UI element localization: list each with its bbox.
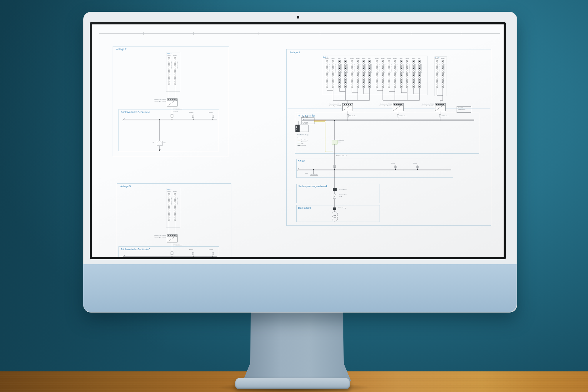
scene: Anlage 2 Dach A Zählerverteiler Gebäude … — [0, 0, 588, 392]
anlage2-wires — [122, 85, 217, 150]
pv-string: String 112 x PV-Modul 375 Wp — [435, 58, 440, 88]
egkv-stub-label: Reserve — [413, 163, 417, 164]
drop-label: Reserve — [209, 112, 213, 113]
transformer-coil-1 — [332, 212, 338, 217]
webcam-dot — [297, 16, 299, 19]
svg-text:12 x PV-Modul 375 Wp: 12 x PV-Modul 375 Wp — [384, 64, 385, 73]
smart-meter-ct — [332, 140, 337, 144]
pv-string: String 412 x PV-Modul 375 Wp — [344, 58, 348, 88]
svg-text:12 x PV-Modul 375 Wp: 12 x PV-Modul 375 Wp — [421, 64, 422, 73]
meter-id: Z1 — [153, 142, 154, 143]
svg-text:12 x PV-Modul 375 Wp: 12 x PV-Modul 375 Wp — [335, 64, 336, 73]
svg-text:String 2: String 2 — [441, 58, 445, 59]
pv-string: String 212 x PV-Modul 375 Wp — [331, 58, 336, 88]
inverter-symbol — [435, 103, 445, 111]
anlage3-symbols — [171, 252, 214, 255]
hak-line2: 250 A — [339, 196, 342, 197]
svg-text:8 x PV-Modul 375 Wp: 8 x PV-Modul 375 Wp — [171, 197, 172, 205]
svg-text:12 x PV-Modul 375 Wp: 12 x PV-Modul 375 Wp — [341, 64, 342, 73]
pv-string: String 512 x PV-Modul 375 Wp — [350, 58, 355, 88]
svg-text:String 3: String 3 — [338, 58, 341, 59]
svg-text:String 2: String 2 — [331, 58, 335, 59]
pv-string: String 712 x PV-Modul 375 Wp — [412, 58, 416, 88]
pv-string: String 112 x PV-Modul 375 Wp — [375, 58, 380, 88]
pv-string: String 712 x PV-Modul 375 Wp — [362, 58, 366, 88]
inverter-label: Wechselrichter WR 2.1 Fronius Symo 8.2-3… — [136, 99, 166, 102]
drop-label: Abgang 1 — [189, 249, 194, 250]
vnb-meter — [333, 188, 337, 191]
pv-string: String 812 x PV-Modul 375 Wp — [418, 58, 422, 88]
legend-swatch — [298, 144, 300, 144]
fuse-label: HH-Sicherung — [338, 207, 346, 209]
svg-text:String 2: String 2 — [173, 55, 177, 56]
cable-label: NYY-J 5x10 mm² — [173, 109, 182, 110]
pv-string: String 18 x PV-Modul 375 Wp — [167, 191, 172, 221]
imac-stand-base — [235, 378, 350, 389]
pv-string: String 18 x PV-Modul 375 Wp — [167, 55, 172, 85]
inverter-label: Wechselrichter WR 1.2 Fronius Symo 20.0-… — [361, 103, 392, 107]
hak-breaker — [333, 194, 336, 199]
pv-string: String 312 x PV-Modul 375 Wp — [387, 58, 392, 88]
ac-cable-label: NYY-J 5x16 mm² — [400, 115, 407, 117]
inverter-symbol — [167, 235, 177, 242]
rcd-label: FI 30 mA — [173, 111, 178, 112]
svg-text:8 x PV-Modul 375 Wp: 8 x PV-Modul 375 Wp — [171, 61, 172, 69]
egkv-symbols — [310, 166, 418, 175]
inverter-label: Wechselrichter WR 1.1 Fronius Symo 20.0-… — [310, 103, 341, 107]
svg-text:String 1: String 1 — [167, 55, 171, 56]
pv-string: String 512 x PV-Modul 375 Wp — [400, 58, 404, 88]
svg-text:12 x PV-Modul 375 Wp: 12 x PV-Modul 375 Wp — [353, 64, 355, 73]
anlage1-group3-wires — [437, 88, 443, 103]
svg-text:12 x PV-Modul 375 Wp: 12 x PV-Modul 375 Wp — [359, 64, 360, 73]
svg-text:String 1: String 1 — [375, 58, 379, 59]
pv-string: String 412 x PV-Modul 375 Wp — [393, 58, 397, 88]
inverter-label: Wechselrichter WR 3.1 Fronius Symo 8.2-3… — [136, 235, 166, 238]
svg-text:12 x PV-Modul 375 Wp: 12 x PV-Modul 375 Wp — [365, 64, 366, 73]
pv-string: String 612 x PV-Modul 375 Wp — [405, 58, 410, 88]
pv-string: String 28 x PV-Modul 375 Wp — [173, 55, 178, 85]
anlage1-group1-wires — [327, 88, 370, 103]
svg-text:String 6: String 6 — [405, 58, 409, 59]
pv-string: String 212 x PV-Modul 375 Wp — [441, 58, 445, 88]
svg-text:String 4: String 4 — [393, 58, 397, 59]
drawing-canvas[interactable]: Anlage 2 Dach A Zählerverteiler Gebäude … — [92, 24, 504, 257]
legend-label: Datenleitung — [301, 141, 307, 142]
inverter-line2: Fronius Symo 8.2-3-M — [136, 236, 166, 238]
smartmeter-line2: 63 A — [338, 142, 340, 143]
legend-title: Legende: — [298, 137, 302, 139]
router-device — [295, 125, 300, 132]
inverter-symbol — [393, 103, 403, 111]
svg-text:12 x PV-Modul 375 Wp: 12 x PV-Modul 375 Wp — [396, 64, 397, 73]
pv-string: String 812 x PV-Modul 375 Wp — [368, 58, 372, 88]
schematic-sheet: Anlage 2 Dach A Zählerverteiler Gebäude … — [92, 24, 504, 257]
anlage1-strings-small: String 112 x PV-Modul 375 WpString 212 x… — [435, 58, 445, 88]
hh-fuse — [333, 207, 336, 210]
legend-label: LAN — [301, 143, 303, 144]
inverter-symbol — [343, 103, 353, 111]
svg-text:String 5: String 5 — [350, 58, 354, 59]
svg-text:String 5: String 5 — [400, 58, 403, 59]
legend-swatch — [298, 142, 300, 142]
schematic-wiring: String 18 x PV-Modul 375 WpString 28 x P… — [92, 24, 504, 257]
anlage3-strings: String 18 x PV-Modul 375 WpString 28 x P… — [167, 191, 178, 221]
legend-label: S0-Signal — [301, 145, 306, 146]
svg-text:12 x PV-Modul 375 Wp: 12 x PV-Modul 375 Wp — [328, 64, 330, 73]
inverter-symbol — [167, 99, 177, 106]
smartmeter-line1: Smart Meter — [338, 140, 344, 141]
router-leds — [296, 126, 297, 129]
drop-label: Abgang 1 — [189, 112, 194, 113]
egkv-meter-label: Z2 kWh — [304, 173, 308, 175]
anlage2-arrow — [159, 150, 161, 151]
anlage2-strings: String 18 x PV-Modul 375 WpString 28 x P… — [167, 55, 178, 85]
svg-text:12 x PV-Modul 375 Wp: 12 x PV-Modul 375 Wp — [438, 64, 440, 73]
meter-label: kWh — [163, 142, 166, 144]
imac-chin — [83, 264, 517, 312]
control-wire-orange — [314, 120, 334, 151]
svg-text:String 7: String 7 — [362, 58, 365, 59]
drop-label: Reserve — [209, 249, 213, 250]
transformer-coil-2 — [332, 215, 338, 221]
pv-string: String 28 x PV-Modul 375 Wp — [173, 191, 178, 221]
imac-stand — [243, 311, 351, 381]
inverter-line2: Fronius Symo 15.0-3-M — [403, 105, 434, 107]
cable-label: NYY-J 5x10 mm² — [173, 245, 182, 246]
